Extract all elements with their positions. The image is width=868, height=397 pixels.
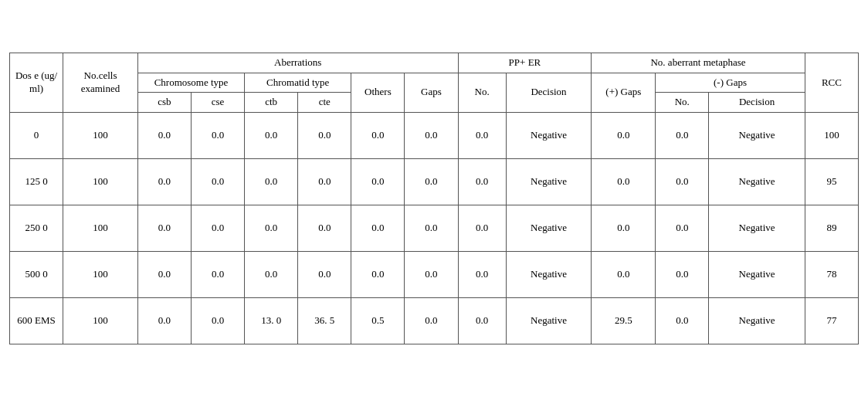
chromatid-type-header: Chromatid type: [245, 73, 351, 93]
cte-cell: 36. 5: [298, 298, 351, 344]
gaps-cell: 0.0: [405, 159, 458, 205]
gaps-cell: 0.0: [405, 252, 458, 298]
nocells-header: No.cells examined: [63, 53, 138, 113]
rcc-cell: 89: [805, 205, 858, 252]
cte-cell: 0.0: [298, 159, 351, 205]
cse-cell: 0.0: [191, 298, 244, 344]
cte-cell: 0.0: [298, 205, 351, 252]
ctb-header: ctb: [245, 93, 298, 113]
minus-gaps-no-cell: 0.0: [656, 205, 709, 252]
dose-cell: 600 EMS: [10, 298, 63, 344]
minus-gaps-decision-cell: Negative: [709, 113, 805, 159]
table-row: 500 01000.00.00.00.00.00.00.0Negative0.0…: [10, 252, 859, 298]
pp-decision-cell: Negative: [506, 113, 592, 159]
nocells-cell: 100: [63, 205, 138, 252]
no-aberrant-header: No. aberrant metaphase: [592, 53, 805, 73]
pp-no-cell: 0.0: [458, 159, 506, 205]
minus-gaps-decision-sub-header: Decision: [709, 93, 805, 113]
ctb-cell: 13. 0: [245, 298, 298, 344]
cse-cell: 0.0: [191, 159, 244, 205]
minus-gaps-decision-cell: Negative: [709, 159, 805, 205]
csb-cell: 0.0: [137, 159, 191, 205]
nocells-cell: 100: [63, 298, 138, 344]
cse-header: cse: [191, 93, 244, 113]
main-table: Dos e (ug/ ml) No.cells examined Aberrat…: [9, 53, 859, 345]
minus-gaps-no-sub-header: No.: [656, 93, 709, 113]
pp-decision-cell: Negative: [506, 159, 592, 205]
cte-header: cte: [298, 93, 351, 113]
others-cell: 0.0: [351, 113, 405, 159]
dose-cell: 0: [10, 113, 63, 159]
plus-gaps-no-cell: 0.0: [592, 159, 656, 205]
others-cell: 0.0: [351, 205, 405, 252]
nocells-cell: 100: [63, 113, 138, 159]
minus-gaps-no-cell: 0.0: [656, 159, 709, 205]
pp-decision-cell: Negative: [506, 252, 592, 298]
pp-no-header: No.: [458, 73, 506, 113]
others-cell: 0.0: [351, 252, 405, 298]
nocells-cell: 100: [63, 159, 138, 205]
rcc-cell: 77: [805, 298, 858, 344]
dose-cell: 250 0: [10, 205, 63, 252]
dose-cell: 125 0: [10, 159, 63, 205]
dose-header: Dos e (ug/ ml): [10, 53, 63, 113]
minus-gaps-header: (-) Gaps: [656, 73, 805, 93]
rcc-header: RCC: [805, 53, 858, 113]
csb-header: csb: [137, 93, 191, 113]
pp-decision-header: Decision: [506, 73, 592, 113]
minus-gaps-no-cell: 0.0: [656, 113, 709, 159]
minus-gaps-no-cell: 0.0: [656, 298, 709, 344]
table-wrapper: Dos e (ug/ ml) No.cells examined Aberrat…: [2, 45, 866, 353]
pp-decision-cell: Negative: [506, 205, 592, 252]
pp-no-cell: 0.0: [458, 252, 506, 298]
minus-gaps-decision-cell: Negative: [709, 298, 805, 344]
cse-cell: 0.0: [191, 252, 244, 298]
ctb-cell: 0.0: [245, 113, 298, 159]
pp-no-cell: 0.0: [458, 205, 506, 252]
cte-cell: 0.0: [298, 252, 351, 298]
minus-gaps-decision-cell: Negative: [709, 205, 805, 252]
table-row: 250 01000.00.00.00.00.00.00.0Negative0.0…: [10, 205, 859, 252]
minus-gaps-decision-cell: Negative: [709, 252, 805, 298]
csb-cell: 0.0: [137, 252, 191, 298]
ctb-cell: 0.0: [245, 205, 298, 252]
minus-gaps-no-cell: 0.0: [656, 252, 709, 298]
gaps-cell: 0.0: [405, 113, 458, 159]
plus-gaps-no-cell: 0.0: [592, 252, 656, 298]
pp-no-cell: 0.0: [458, 113, 506, 159]
csb-cell: 0.0: [137, 113, 191, 159]
nocells-cell: 100: [63, 252, 138, 298]
table-row: 600 EMS1000.00.013. 036. 50.50.00.0Negat…: [10, 298, 859, 344]
gaps-cell: 0.0: [405, 205, 458, 252]
ctb-cell: 0.0: [245, 159, 298, 205]
gaps-cell: 0.0: [405, 298, 458, 344]
cse-cell: 0.0: [191, 205, 244, 252]
pp-no-cell: 0.0: [458, 298, 506, 344]
csb-cell: 0.0: [137, 205, 191, 252]
others-cell: 0.5: [351, 298, 405, 344]
others-header: Others: [351, 73, 405, 113]
plus-gaps-no-cell: 29.5: [592, 298, 656, 344]
plus-gaps-no-cell: 0.0: [592, 113, 656, 159]
chromosome-type-header: Chromosome type: [137, 73, 244, 93]
rcc-cell: 78: [805, 252, 858, 298]
cte-cell: 0.0: [298, 113, 351, 159]
gaps-header: Gaps: [405, 73, 458, 113]
csb-cell: 0.0: [137, 298, 191, 344]
table-row: 01000.00.00.00.00.00.00.0Negative0.00.0N…: [10, 113, 859, 159]
pp-decision-cell: Negative: [506, 298, 592, 344]
plus-gaps-no-cell: 0.0: [592, 205, 656, 252]
cse-cell: 0.0: [191, 113, 244, 159]
ctb-cell: 0.0: [245, 252, 298, 298]
rcc-cell: 100: [805, 113, 858, 159]
aberrations-header: Aberrations: [137, 53, 458, 73]
dose-cell: 500 0: [10, 252, 63, 298]
others-cell: 0.0: [351, 159, 405, 205]
rcc-cell: 95: [805, 159, 858, 205]
pp-er-header: PP+ ER: [458, 53, 592, 73]
plus-gaps-header: (+) Gaps: [592, 73, 656, 113]
table-row: 125 01000.00.00.00.00.00.00.0Negative0.0…: [10, 159, 859, 205]
